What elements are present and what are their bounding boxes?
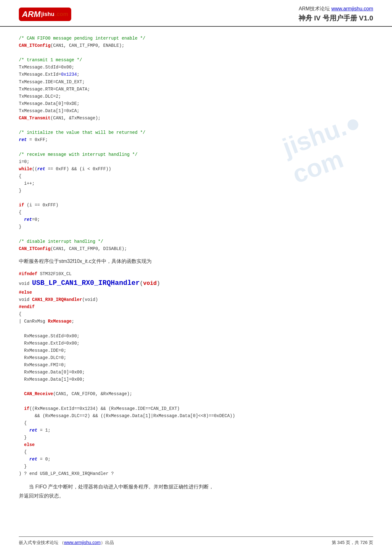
logo-arm-text: ARM <box>22 9 40 19</box>
header-site: ARM技术论坛 www.armjishu.com <box>298 6 373 12</box>
chinese-2-line2: 并返回对应的状态。 <box>19 493 64 498</box>
logo: ARM jishu .com <box>19 8 71 21</box>
code-section-2: #ifndef STM32F10X_CL void USB_LP_CAN1_RX… <box>19 270 373 478</box>
footer-left-text: 嵌入式专业技术论坛 （ <box>19 540 64 545</box>
footer-left-end: ）出品 <box>101 540 114 545</box>
code-pre-2: #ifndef STM32F10X_CL void USB_LP_CAN1_RX… <box>19 270 373 478</box>
code-section-1: /* CAN FIFO0 message pending interrupt e… <box>19 35 373 253</box>
page: jishu.●com ARM jishu .com ARM技术论坛 www.ar… <box>0 0 392 555</box>
logo-domain-text: .com <box>55 11 68 18</box>
header: ARM jishu .com ARM技术论坛 www.armjishu.com … <box>0 0 392 27</box>
main-content: /* CAN FIFO0 message pending interrupt e… <box>0 27 392 511</box>
logo-container: ARM jishu .com <box>19 8 71 21</box>
chinese-1-text: 中断服务程序位于stm32f10x_it.c文件中，具体的函数实现为 <box>19 258 152 264</box>
site-url-link[interactable]: www.armjishu.com <box>331 6 373 11</box>
footer-right: 第 345 页，共 726 页 <box>332 540 373 546</box>
code-pre-1: /* CAN FIFO0 message pending interrupt e… <box>19 35 373 253</box>
footer: 嵌入式专业技术论坛 （www.armjishu.com）出品 第 345 页，共… <box>19 536 373 546</box>
header-title: 神舟 IV 号用户手册 V1.0 <box>298 14 373 23</box>
header-right: ARM技术论坛 www.armjishu.com 神舟 IV 号用户手册 V1.… <box>298 6 373 23</box>
footer-left: 嵌入式专业技术论坛 （www.armjishu.com）出品 <box>19 540 114 546</box>
chinese-2-line1: 当 FIFO 产生中断时，处理器将自动进入中断服务程序。并对数据正确性进行判断， <box>29 482 373 492</box>
footer-url-link[interactable]: www.armjishu.com <box>64 540 101 545</box>
site-label: ARM技术论坛 <box>299 6 330 11</box>
logo-jishu-text: jishu <box>41 11 54 18</box>
chinese-text-2: 当 FIFO 产生中断时，处理器将自动进入中断服务程序。并对数据正确性进行判断，… <box>19 482 373 501</box>
chinese-text-1: 中断服务程序位于stm32f10x_it.c文件中，具体的函数实现为 <box>19 257 373 266</box>
